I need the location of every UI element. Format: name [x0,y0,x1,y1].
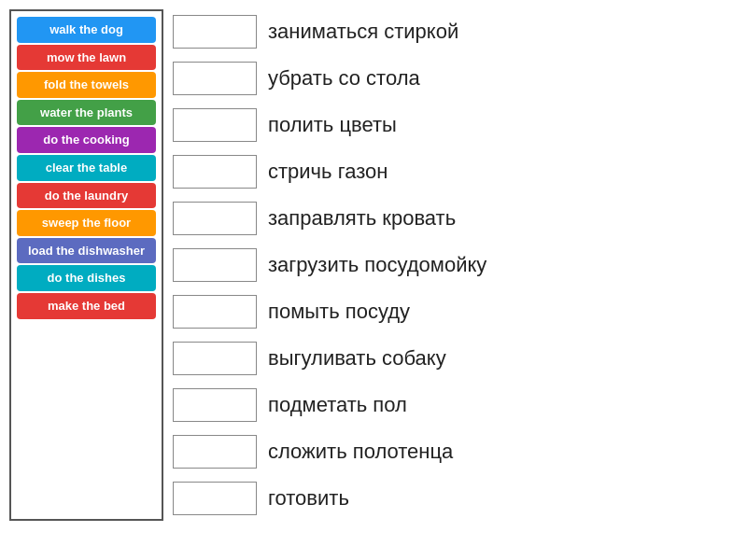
main-container: walk the dogmow the lawnfold the towelsw… [9,9,738,521]
match-row-match-4: стричь газон [173,149,738,194]
label-btn-fold-the-towels[interactable]: fold the towels [17,72,156,98]
match-row-match-10: сложить полотенца [173,429,738,474]
right-column: заниматься стиркойубрать со столаполить … [173,9,738,521]
match-row-match-6: загрузить посудомойку [173,243,738,287]
match-text-match-6: загрузить посудомойку [268,253,486,277]
label-btn-do-the-dishes[interactable]: do the dishes [17,265,156,291]
match-row-match-11: готовить [173,476,738,521]
match-row-match-2: убрать со стола [173,56,738,101]
left-column: walk the dogmow the lawnfold the towelsw… [9,9,163,521]
label-btn-load-the-dishwasher[interactable]: load the dishwasher [17,238,156,264]
match-input-match-10[interactable] [173,435,257,469]
match-input-match-5[interactable] [173,202,257,235]
match-text-match-1: заниматься стиркой [268,20,458,44]
match-input-match-11[interactable] [173,482,257,515]
label-btn-sweep-the-floor[interactable]: sweep the floor [17,210,156,236]
match-text-match-8: выгуливать собаку [268,346,446,371]
match-row-match-3: полить цветы [173,103,738,147]
match-text-match-5: заправлять кровать [268,206,456,231]
match-input-match-3[interactable] [173,108,257,142]
match-row-match-5: заправлять кровать [173,196,738,241]
match-row-match-7: помыть посуду [173,289,738,334]
match-text-match-10: сложить полотенца [268,440,453,464]
match-text-match-4: стричь газон [268,160,388,184]
match-input-match-9[interactable] [173,388,257,422]
match-text-match-11: готовить [268,486,349,511]
match-input-match-2[interactable] [173,62,257,95]
label-btn-water-the-plants[interactable]: water the plants [17,100,156,126]
label-btn-do-the-laundry[interactable]: do the laundry [17,183,156,209]
match-text-match-7: помыть посуду [268,300,410,324]
match-input-match-6[interactable] [173,248,257,282]
label-btn-walk-the-dog[interactable]: walk the dog [17,17,156,43]
match-row-match-1: заниматься стиркой [173,9,738,54]
label-btn-mow-the-lawn[interactable]: mow the lawn [17,45,156,71]
label-btn-do-the-cooking[interactable]: do the cooking [17,127,156,153]
match-row-match-8: выгуливать собаку [173,336,738,381]
match-text-match-2: убрать со стола [268,66,420,91]
label-btn-make-the-bed[interactable]: make the bed [17,293,156,319]
match-row-match-9: подметать пол [173,383,738,427]
match-input-match-7[interactable] [173,295,257,329]
match-text-match-9: подметать пол [268,393,407,417]
match-input-match-8[interactable] [173,342,257,375]
match-text-match-3: полить цветы [268,113,397,137]
label-btn-clear-the-table[interactable]: clear the table [17,155,156,181]
match-input-match-4[interactable] [173,155,257,189]
match-input-match-1[interactable] [173,15,257,49]
